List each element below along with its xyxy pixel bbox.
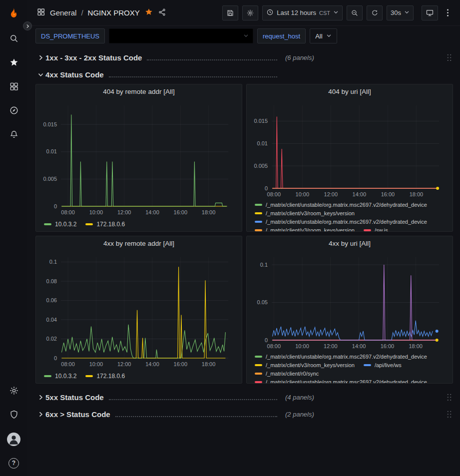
refresh-interval-select[interactable]: 30s: [387, 5, 414, 20]
svg-text:0.1: 0.1: [49, 259, 57, 265]
legend-item[interactable]: 10.0.3.2: [44, 371, 76, 380]
legend-swatch: [364, 229, 371, 231]
row-header-1xx-3xx-2xx[interactable]: 1xx - 3xx - 2xx Status Code (6 panels): [35, 50, 453, 65]
gear-icon: [9, 386, 19, 397]
row-header-5xx[interactable]: 5xx Status Code (4 panels): [35, 390, 453, 405]
dashboard-title[interactable]: NGINX PROXY: [88, 8, 140, 17]
timeseries-chart[interactable]: 00.020.040.060.080.108:0010:0012:0014:00…: [38, 251, 236, 368]
panel-title[interactable]: 4xx by remote addr [All]: [36, 236, 242, 251]
sidebar-item-profile[interactable]: [0, 427, 27, 451]
legend-item[interactable]: /_matrix/client/r0/sync: [255, 370, 319, 377]
row-drag-handle[interactable]: [447, 410, 452, 419]
avatar: [7, 433, 20, 446]
sidebar-item-search[interactable]: [0, 27, 27, 51]
legend-item[interactable]: /sw.js: [364, 226, 388, 232]
panel-title[interactable]: 4xx by uri [All]: [247, 236, 453, 251]
row-title: 6xx > Status Code: [45, 410, 110, 419]
svg-text:10:00: 10:00: [89, 209, 103, 215]
legend-item[interactable]: 172.18.0.6: [85, 371, 125, 380]
row-title: 1xx - 3xx - 2xx Status Code: [45, 53, 142, 62]
legend-item[interactable]: /_matrix/client/v3/room_keys/version: [255, 226, 355, 232]
row-drag-handle[interactable]: [447, 53, 452, 62]
legend-label: /_matrix/client/unstable/org.matrix.msc2…: [266, 201, 427, 208]
toolbar: Last 12 hours CST 30s: [222, 5, 453, 20]
legend-item[interactable]: /_matrix/client/unstable/org.matrix.msc2…: [255, 378, 427, 384]
chevron-right-icon: [35, 411, 45, 418]
row-header-6xx[interactable]: 6xx > Status Code (2 panels): [35, 407, 453, 422]
row-dotted-leader: [109, 399, 277, 400]
request-host-variable-label[interactable]: request_host: [257, 28, 306, 43]
sidebar-item-starred[interactable]: [0, 51, 27, 75]
panel-body: 00.0050.010.01508:0010:0012:0014:0016:00…: [36, 99, 242, 231]
svg-text:16:00: 16:00: [381, 343, 395, 349]
request-host-variable-select[interactable]: All: [310, 28, 337, 43]
legend-item[interactable]: 10.0.3.2: [44, 219, 76, 228]
legend-row: /_matrix/client/unstable/org.matrix.msc2…: [255, 199, 447, 208]
timeseries-chart[interactable]: 00.0050.010.01508:0010:0012:0014:0016:00…: [38, 99, 236, 216]
favorite-star-icon[interactable]: [144, 7, 153, 18]
legend-item[interactable]: /_matrix/client/unstable/org.matrix.msc2…: [255, 218, 427, 225]
sidebar-item-explore[interactable]: [0, 99, 27, 123]
legend-item[interactable]: /_matrix/client/v3/room_keys/version: [255, 209, 355, 217]
sidebar-item-help[interactable]: ?: [0, 451, 27, 475]
timeseries-chart[interactable]: 00.0050.010.01508:0010:0012:0014:0016:00…: [249, 99, 447, 198]
svg-text:18:00: 18:00: [410, 191, 424, 197]
panel-404-by-remote-addr: 404 by remote addr [All] 00.0050.010.015…: [35, 84, 242, 232]
svg-text:0.005: 0.005: [254, 163, 268, 169]
expand-sidebar-button[interactable]: [23, 21, 32, 30]
legend-row: /_matrix/client/v3/room_keys/version/sw.…: [255, 225, 447, 231]
panel-body: 00.0050.010.01508:0010:0012:0014:0016:00…: [247, 99, 453, 231]
panel-title[interactable]: 404 by uri [All]: [247, 84, 453, 99]
svg-text:14:00: 14:00: [145, 361, 159, 367]
row-header-4xx[interactable]: 4xx Status Code: [35, 67, 453, 82]
zoom-out-time-button[interactable]: [347, 5, 363, 20]
legend-label: /_matrix/client/unstable/org.matrix.msc2…: [266, 218, 427, 225]
breadcrumb-section[interactable]: General: [50, 8, 76, 17]
sidebar-item-server-admin[interactable]: [0, 403, 27, 427]
grafana-app: ? General / NGINX PROXY Last 12 hour: [0, 0, 460, 476]
top-navbar: General / NGINX PROXY Last 12 hours CST: [27, 0, 460, 26]
legend-label: /_matrix/client/v3/room_keys/version: [266, 361, 355, 369]
dashboard-content: 1xx - 3xx - 2xx Status Code (6 panels) 4…: [27, 46, 460, 476]
chart-legend: /_matrix/client/unstable/org.matrix.msc2…: [249, 198, 451, 231]
sidebar-item-settings[interactable]: [0, 379, 27, 403]
legend-row: /_matrix/client/unstable/org.matrix.msc2…: [255, 216, 447, 225]
share-icon[interactable]: [158, 8, 166, 18]
dashboard-settings-button[interactable]: [242, 5, 258, 20]
legend-label: /_matrix/client/v3/room_keys/version: [266, 226, 355, 232]
svg-text:0.04: 0.04: [46, 317, 57, 323]
legend-item[interactable]: /_matrix/client/unstable/org.matrix.msc2…: [255, 353, 427, 360]
legend-item[interactable]: /api/live/ws: [364, 361, 402, 369]
legend-swatch: [255, 204, 262, 206]
row-title-group: 5xx Status Code: [45, 393, 281, 402]
panel-body: 00.020.040.060.080.108:0010:0012:0014:00…: [36, 251, 242, 383]
legend-item[interactable]: 172.18.0.6: [85, 219, 125, 228]
row-dotted-leader: [147, 59, 277, 60]
legend-row: /_matrix/client/unstable/org.matrix.msc2…: [255, 351, 447, 360]
svg-text:0: 0: [54, 203, 57, 209]
timeseries-chart[interactable]: 00.050.108:0010:0012:0014:0016:0018:00: [249, 251, 447, 350]
datasource-variable-label[interactable]: DS_PROMETHEUS: [35, 28, 105, 43]
panel-body: 00.050.108:0010:0012:0014:0016:0018:00 /…: [247, 251, 453, 383]
save-dashboard-button[interactable]: [222, 5, 238, 20]
svg-text:08:00: 08:00: [267, 343, 281, 349]
kebab-menu-button[interactable]: [442, 5, 453, 20]
sidebar: ?: [0, 0, 27, 476]
time-range-picker[interactable]: Last 12 hours CST: [262, 5, 343, 20]
svg-text:08:00: 08:00: [267, 191, 281, 197]
sidebar-item-alerting[interactable]: [0, 123, 27, 147]
svg-text:10:00: 10:00: [295, 343, 309, 349]
panel-title[interactable]: 404 by remote addr [All]: [36, 84, 242, 99]
tv-mode-button[interactable]: [422, 5, 438, 20]
svg-text:14:00: 14:00: [353, 191, 367, 197]
main-area: General / NGINX PROXY Last 12 hours CST: [27, 0, 460, 476]
datasource-variable-select[interactable]: [109, 28, 253, 43]
refresh-button[interactable]: [367, 5, 383, 20]
svg-text:16:00: 16:00: [381, 191, 395, 197]
chevron-down-icon: [404, 9, 410, 16]
sidebar-item-dashboards[interactable]: [0, 75, 27, 99]
chevron-down-icon: [35, 71, 45, 78]
legend-item[interactable]: /_matrix/client/unstable/org.matrix.msc2…: [255, 201, 427, 208]
row-drag-handle[interactable]: [447, 393, 452, 402]
legend-item[interactable]: /_matrix/client/v3/room_keys/version: [255, 361, 355, 369]
